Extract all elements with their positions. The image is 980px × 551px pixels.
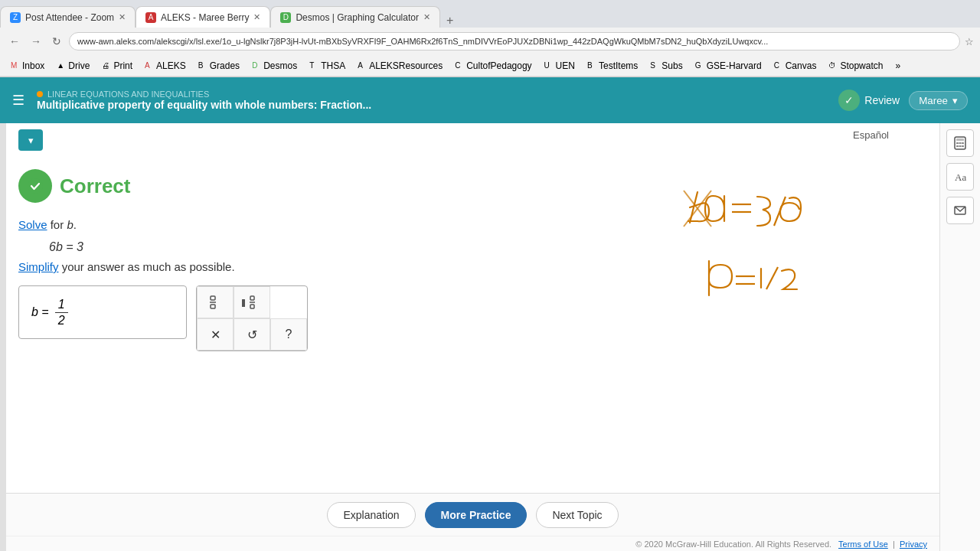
calculator-tool-button[interactable] bbox=[946, 129, 974, 157]
gse-icon: G bbox=[695, 61, 704, 70]
thsa-icon: T bbox=[309, 61, 318, 70]
explanation-button[interactable]: Explanation bbox=[327, 502, 415, 528]
cult-icon: C bbox=[455, 61, 464, 70]
svg-rect-23 bbox=[962, 145, 964, 147]
expand-area: Español ▾ bbox=[6, 123, 939, 169]
bookmark-aleks[interactable]: A ALEKS bbox=[140, 59, 191, 73]
header-right: ✓ Review Maree ▾ bbox=[838, 90, 968, 111]
aleks-bk-icon: A bbox=[145, 61, 154, 70]
fraction-button[interactable] bbox=[197, 286, 234, 318]
gmail-icon: M bbox=[11, 61, 20, 70]
right-toolbar: Aa bbox=[939, 123, 980, 551]
keypad-row-2: ✕ ↺ ? bbox=[197, 318, 307, 350]
expand-button[interactable]: ▾ bbox=[18, 129, 43, 151]
bookmark-print[interactable]: 🖨 Print bbox=[97, 59, 137, 73]
check-icon bbox=[27, 178, 44, 194]
help-button[interactable]: ? bbox=[270, 318, 307, 350]
tab-aleks[interactable]: A ALEKS - Maree Berry ✕ bbox=[136, 6, 270, 28]
undo-button[interactable]: ↺ bbox=[234, 318, 270, 350]
desmos-tab-icon: D bbox=[280, 12, 291, 23]
user-label: Maree bbox=[919, 95, 948, 106]
bookmark-testitems[interactable]: B TestItems bbox=[583, 59, 642, 73]
answer-box: b = 1 2 bbox=[18, 285, 621, 351]
fraction-denominator: 2 bbox=[55, 313, 68, 328]
bookmark-desmos[interactable]: D Desmos bbox=[247, 59, 302, 73]
mail-tool-button[interactable] bbox=[946, 197, 974, 224]
footer-actions: Explanation More Practice Next Topic bbox=[6, 493, 939, 536]
bookmark-uen[interactable]: U UEN bbox=[540, 59, 580, 73]
address-bar: ← → ↻ ☆ bbox=[0, 28, 980, 55]
bookmark-gse[interactable]: G GSE-Harvard bbox=[691, 59, 766, 73]
problem-text: Solve for b. bbox=[18, 218, 621, 231]
bookmark-subs[interactable]: S Subs bbox=[645, 59, 687, 73]
topic-label: LINEAR EQUATIONS AND INEQUALITIES bbox=[47, 90, 209, 99]
tab-aleks-close[interactable]: ✕ bbox=[253, 12, 260, 22]
uen-icon: U bbox=[544, 61, 554, 70]
tab-zoom[interactable]: Z Post Attendee - Zoom ✕ bbox=[0, 6, 136, 28]
simplify-text: Simplify your answer as much as possible… bbox=[18, 260, 621, 273]
drive-icon: ▲ bbox=[57, 61, 66, 70]
tab-zoom-close[interactable]: ✕ bbox=[119, 12, 126, 22]
clear-button[interactable]: ✕ bbox=[197, 318, 234, 350]
tab-desmos-close[interactable]: ✕ bbox=[423, 12, 430, 22]
bookmark-stopwatch[interactable]: ⏱ Stopwatch bbox=[824, 59, 887, 73]
variable: b bbox=[67, 218, 73, 231]
font-tool-button[interactable]: Aa bbox=[946, 163, 974, 191]
answer-input-box[interactable]: b = 1 2 bbox=[18, 285, 187, 339]
new-tab-button[interactable]: + bbox=[440, 14, 459, 28]
bookmark-aleks-resources[interactable]: A ALEKSResources bbox=[353, 59, 447, 73]
desmos-bk-icon: D bbox=[252, 61, 261, 70]
simplify-link[interactable]: Simplify bbox=[18, 260, 59, 273]
hamburger-menu[interactable]: ☰ bbox=[12, 92, 24, 109]
mixed-number-button[interactable] bbox=[234, 286, 270, 318]
review-button[interactable]: ✓ Review bbox=[838, 90, 900, 111]
answer-prefix: b = bbox=[31, 305, 49, 319]
bookmark-cult[interactable]: C CultofPedagogy bbox=[450, 59, 536, 73]
next-topic-button[interactable]: Next Topic bbox=[536, 502, 618, 528]
bookmark-grades[interactable]: B Grades bbox=[194, 59, 244, 73]
more-practice-button[interactable]: More Practice bbox=[425, 502, 528, 528]
address-input[interactable] bbox=[69, 32, 960, 51]
svg-rect-21 bbox=[956, 145, 959, 147]
bookmark-more[interactable]: » bbox=[890, 59, 905, 73]
bookmark-canvas[interactable]: C Canvas bbox=[769, 59, 822, 73]
bookmark-thsa[interactable]: T THSA bbox=[305, 59, 350, 73]
svg-rect-5 bbox=[250, 296, 254, 300]
svg-rect-6 bbox=[250, 305, 254, 308]
left-scrollbar bbox=[0, 123, 6, 551]
espanol-btn[interactable]: Español bbox=[853, 129, 889, 141]
problem-area: Correct Solve for b. 6b = 3 Simplify you… bbox=[6, 169, 939, 493]
drawing-area bbox=[636, 169, 927, 487]
user-menu-button[interactable]: Maree ▾ bbox=[909, 91, 968, 110]
back-button[interactable]: ← bbox=[6, 34, 23, 49]
tab-bar: Z Post Attendee - Zoom ✕ A ALEKS - Maree… bbox=[0, 0, 980, 28]
aleks-tab-icon: A bbox=[145, 12, 156, 23]
forward-button[interactable]: → bbox=[28, 34, 44, 49]
tab-zoom-label: Post Attendee - Zoom bbox=[25, 12, 114, 23]
grades-icon: B bbox=[198, 61, 207, 70]
bookmark-star[interactable]: ☆ bbox=[965, 36, 974, 47]
status-dot bbox=[37, 91, 43, 97]
tab-desmos-label: Desmos | Graphing Calculator bbox=[296, 12, 419, 23]
svg-line-15 bbox=[766, 267, 778, 289]
bookmark-drive[interactable]: ▲ Drive bbox=[52, 59, 94, 73]
browser-chrome: Z Post Attendee - Zoom ✕ A ALEKS - Maree… bbox=[0, 0, 980, 77]
privacy-link[interactable]: Privacy bbox=[900, 540, 927, 549]
main-content: Español ▾ Correct bbox=[6, 123, 939, 551]
header-main-title: Multiplicative property of equality with… bbox=[37, 99, 838, 111]
svg-point-0 bbox=[28, 178, 43, 194]
subs-icon: S bbox=[650, 61, 659, 70]
bookmark-inbox[interactable]: M Inbox bbox=[6, 59, 49, 73]
reload-button[interactable]: ↻ bbox=[49, 34, 64, 49]
solve-link[interactable]: Solve bbox=[18, 218, 47, 231]
tab-aleks-label: ALEKS - Maree Berry bbox=[161, 12, 249, 23]
problem-panel: Correct Solve for b. 6b = 3 Simplify you… bbox=[18, 169, 636, 487]
fraction-numerator: 1 bbox=[55, 297, 68, 312]
terms-link[interactable]: Terms of Use bbox=[838, 540, 888, 549]
canvas-icon: C bbox=[774, 61, 783, 70]
handwriting-canvas bbox=[636, 169, 927, 368]
correct-badge: Correct bbox=[18, 169, 621, 203]
svg-rect-20 bbox=[962, 142, 964, 144]
svg-rect-19 bbox=[959, 142, 962, 144]
tab-desmos[interactable]: D Desmos | Graphing Calculator ✕ bbox=[270, 6, 440, 28]
